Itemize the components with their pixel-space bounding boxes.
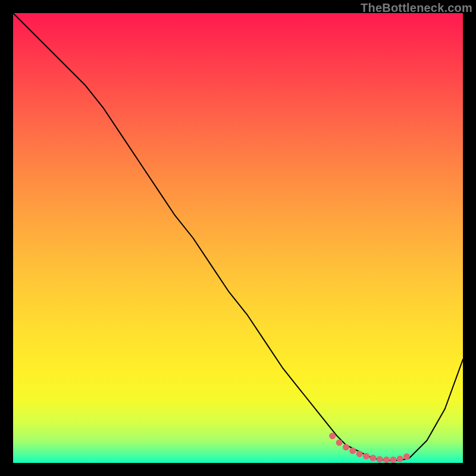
optimum-dot bbox=[356, 450, 363, 457]
optimum-dot bbox=[343, 444, 349, 450]
optimum-dot bbox=[377, 456, 383, 462]
optimum-dot bbox=[329, 433, 336, 439]
watermark-label: TheBottleneck.com bbox=[361, 1, 472, 15]
optimum-dot bbox=[363, 453, 369, 459]
chart-container: TheBottleneck.com bbox=[0, 0, 476, 476]
optimum-dot bbox=[369, 455, 376, 461]
optimum-dot bbox=[336, 439, 343, 446]
optimum-dot bbox=[397, 456, 403, 462]
plot-area bbox=[13, 13, 463, 463]
optimum-dot bbox=[403, 453, 410, 460]
optimum-dot bbox=[390, 456, 396, 463]
optimum-dot bbox=[383, 456, 390, 463]
optimum-dot bbox=[349, 447, 356, 454]
curve-bottleneck-curve bbox=[13, 13, 463, 461]
chart-overlay bbox=[13, 13, 463, 463]
